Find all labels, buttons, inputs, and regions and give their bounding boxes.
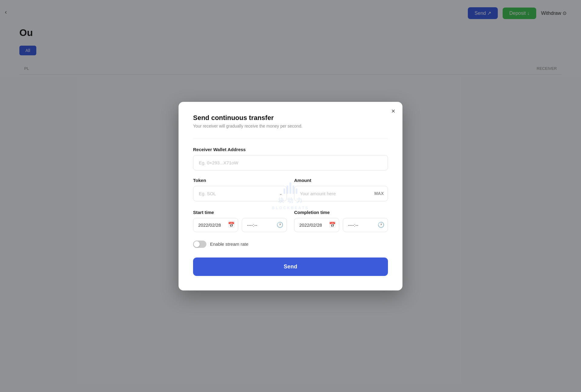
token-field-group: Token ⌄: [193, 178, 287, 201]
toggle-thumb: [194, 241, 200, 247]
completion-time-group: Completion time 📅 🕐: [294, 210, 388, 232]
token-amount-row: Token ⌄ Amount MAX: [193, 178, 388, 201]
start-date-wrapper: 📅: [193, 218, 238, 232]
modal-close-button[interactable]: ×: [391, 108, 395, 115]
token-label: Token: [193, 178, 287, 183]
start-date-input[interactable]: [193, 218, 238, 232]
completion-time-inputs: 📅 🕐: [294, 218, 388, 232]
completion-date-input[interactable]: [294, 218, 339, 232]
start-time-wrapper: 🕐: [242, 218, 287, 232]
modal-subtitle: Your receiver will gradually receive the…: [193, 124, 388, 128]
amount-input-wrapper: MAX: [294, 186, 388, 201]
time-section: Start time 📅 🕐 Completion ti: [193, 210, 388, 232]
amount-field-group: Amount MAX: [294, 178, 388, 201]
modal-divider: [193, 138, 388, 138]
start-time-input[interactable]: [242, 218, 287, 232]
stream-rate-toggle-row: Enable stream rate: [193, 241, 388, 248]
modal-title: Send continuous transfer: [193, 114, 388, 122]
time-row: Start time 📅 🕐 Completion ti: [193, 210, 388, 232]
amount-label: Amount: [294, 178, 388, 183]
modal-overlay: 块 动 力 BLOCKBEATS × Send continuous trans…: [0, 0, 581, 392]
token-input[interactable]: [193, 186, 287, 201]
start-time-group: Start time 📅 🕐: [193, 210, 287, 232]
start-time-inputs: 📅 🕐: [193, 218, 287, 232]
send-transfer-modal: × Send continuous transfer Your receiver…: [179, 102, 402, 290]
send-button-modal[interactable]: Send: [193, 258, 388, 276]
amount-input[interactable]: [294, 186, 388, 201]
receiver-address-input[interactable]: [193, 155, 388, 170]
token-select-wrapper: ⌄: [193, 186, 287, 201]
completion-time-label: Completion time: [294, 210, 388, 215]
receiver-address-label: Receiver Wallet Address: [193, 147, 388, 152]
start-time-label: Start time: [193, 210, 287, 215]
completion-time-wrapper: 🕐: [343, 218, 388, 232]
max-button[interactable]: MAX: [374, 191, 384, 196]
completion-time-input[interactable]: [343, 218, 388, 232]
completion-date-wrapper: 📅: [294, 218, 339, 232]
stream-rate-toggle[interactable]: [193, 241, 206, 248]
stream-rate-label: Enable stream rate: [210, 241, 248, 247]
